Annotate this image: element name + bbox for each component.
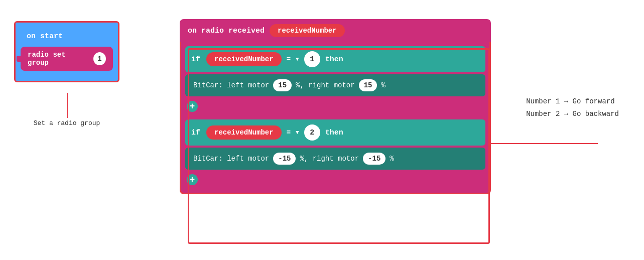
main-block-body: if receivedNumber = ▼ 1 then BitCar: lef… [180,42,491,194]
bitcar-text-2-before: BitCar: left motor [193,155,269,163]
annotation-line-1: Number 1 → Go forward [526,95,619,108]
on-start-block: on start [21,28,113,45]
dropdown-arrow-2[interactable]: ▼ [296,129,299,136]
if-block-2: if receivedNumber = ▼ 2 then [185,119,485,146]
if-label-1: if [191,55,201,64]
bitcar-block-1: BitCar: left motor 15 %, right motor 15 … [185,74,485,96]
value-circle-1: 1 [304,51,320,67]
then-label-1: then [325,55,343,64]
main-block-container: on radio received receivedNumber if rece… [180,19,491,194]
plus-button-1[interactable]: + [185,99,199,113]
left-connector-line [67,93,68,118]
radio-set-group-block[interactable]: radio set group 1 [21,47,113,71]
eq-label-2: = [287,128,291,137]
condition-var-1: receivedNumber [206,52,282,66]
right-motor-value-1: 15 [359,79,377,91]
on-start-container: on start radio set group 1 [14,21,119,82]
radio-group-value: 1 [93,52,106,65]
bitcar-text-1-before: BitCar: left motor [193,81,269,89]
bitcar-text-1-mid: %, right motor [296,81,355,89]
bitcar-text-2-mid: %, right motor [300,155,359,163]
bitcar-text-2-after: % [390,155,394,163]
if-block-1: if receivedNumber = ▼ 1 then [185,46,485,72]
left-motor-value-1: 15 [273,79,292,91]
annotation-box: Number 1 → Go forward Number 2 → Go back… [526,95,619,120]
if-label-2: if [191,128,201,137]
value-circle-2: 2 [304,124,320,141]
bitcar-text-1-after: % [381,81,385,89]
eq-label-1: = [287,55,291,63]
right-motor-value-2: -15 [363,153,385,165]
left-caption: Set a radio group [14,119,119,127]
radio-received-label: on radio received [188,27,265,35]
annotation-connector-line [490,143,598,144]
dropdown-arrow-1[interactable]: ▼ [296,56,299,62]
annotation-line-2: Number 2 → Go backward [526,108,619,120]
on-start-label: on start [27,32,63,41]
radio-received-header: on radio received receivedNumber [180,19,491,42]
canvas: on start radio set group 1 Set a radio g… [0,0,644,260]
then-label-2: then [325,128,343,137]
received-number-pill-header: receivedNumber [270,24,345,37]
condition-var-2: receivedNumber [206,125,282,140]
plus-button-2[interactable]: + [185,173,199,187]
left-motor-value-2: -15 [273,153,296,165]
radio-set-group-label: radio set group [28,51,88,67]
bitcar-block-2: BitCar: left motor -15 %, right motor -1… [185,148,485,170]
